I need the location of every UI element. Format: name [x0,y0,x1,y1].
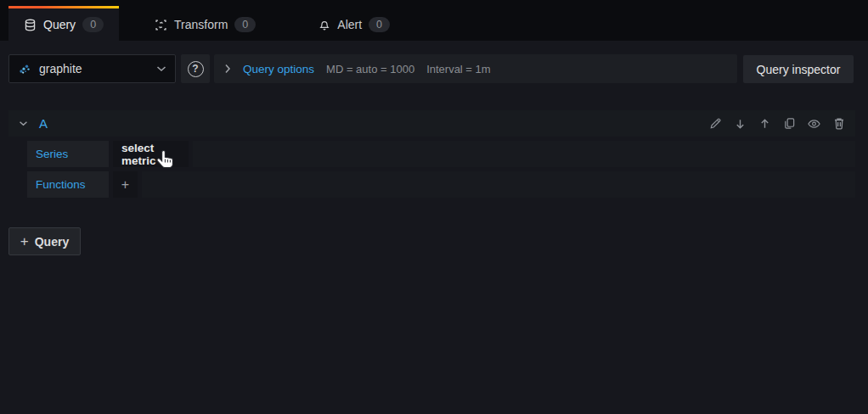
tab-transform-count: 0 [234,17,256,32]
datasource-value: graphite [39,62,149,76]
series-label-text: Series [36,148,68,160]
series-row-filler [193,141,855,167]
query-row-actions [709,117,845,130]
tab-transform[interactable]: Transform 0 [139,6,271,41]
plus-icon: + [121,177,129,193]
functions-label-text: Functions [36,178,86,191]
plus-icon: + [20,233,29,250]
datasource-picker[interactable]: graphite [8,54,176,83]
select-metric-button[interactable]: select metric [113,141,189,167]
interval-text: Interval = 1m [426,63,491,76]
functions-row-filler [142,171,855,198]
add-query-label: Query [35,235,69,249]
collapse-chevron-icon[interactable] [19,120,28,126]
series-label: Series [27,141,109,167]
max-data-points-text: MD = auto = 1000 [326,63,414,76]
functions-label: Functions [27,171,109,198]
move-down-icon[interactable] [734,117,747,130]
chevron-right-icon [224,64,231,74]
editor-tab-bar: Query 0 Transform 0 Alert 0 [0,0,868,41]
add-function-button[interactable]: + [113,171,138,198]
query-inspector-button[interactable]: Query inspector [743,55,854,83]
query-row-header[interactable]: A [8,110,855,137]
add-query-button[interactable]: + Query [8,227,81,255]
tab-query-count: 0 [82,17,104,32]
graphite-logo-icon [18,62,31,76]
help-icon: ? [188,61,204,77]
tab-query[interactable]: Query 0 [8,6,119,41]
database-icon [24,19,37,31]
tab-transform-label: Transform [174,18,228,31]
query-options-label: Query options [243,63,314,76]
duplicate-icon[interactable] [783,117,796,130]
delete-icon[interactable] [832,117,845,130]
bell-icon [318,19,330,31]
query-options-bar[interactable]: Query options MD = auto = 1000 Interval … [214,54,737,83]
chevron-down-icon [156,65,166,72]
edit-icon[interactable] [709,117,722,130]
select-metric-label: select metric [121,142,180,167]
grafana-query-editor: Query 0 Transform 0 Alert 0 [0,0,868,414]
toggle-visibility-icon[interactable] [808,117,820,130]
tab-alert[interactable]: Alert 0 [303,6,405,41]
query-ref-id: A [39,116,48,131]
tab-query-label: Query [43,18,76,31]
tab-alert-count: 0 [369,17,390,32]
tab-alert-label: Alert [337,18,362,31]
move-up-icon[interactable] [758,117,771,130]
datasource-help-button[interactable]: ? [181,54,210,83]
transform-icon [155,19,167,31]
